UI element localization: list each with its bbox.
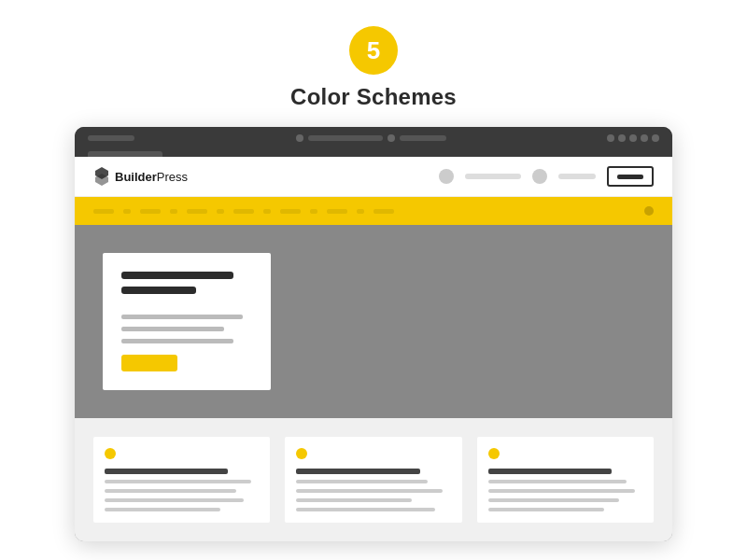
- card-3-line-3: [488, 498, 620, 502]
- browser-ctrl-dot2: [618, 134, 626, 142]
- card-3-dot: [488, 448, 500, 459]
- nav-item-2: [140, 209, 161, 214]
- card-2: [285, 437, 461, 523]
- nav-item-7: [374, 209, 394, 214]
- card-1-line-1: [105, 480, 251, 483]
- nav-circle-1: [439, 169, 454, 184]
- card-1-line-4: [105, 508, 220, 511]
- card-2-title: [296, 469, 419, 474]
- hero-title-2: [121, 287, 196, 294]
- number-badge: 5: [349, 26, 398, 75]
- browser-mockup: BuilderPress: [75, 127, 672, 541]
- hero-title-1: [121, 272, 233, 279]
- nav-sep-1: [123, 209, 131, 214]
- card-3: [477, 437, 654, 523]
- browser-address-bar2: [400, 135, 446, 141]
- card-3-line-1: [488, 480, 627, 483]
- browser-bar-left: [88, 135, 134, 141]
- browser-tab: [88, 151, 162, 157]
- card-1-dot: [105, 448, 116, 459]
- nav-sep-3: [217, 209, 224, 214]
- nav-bar-2: [558, 174, 596, 179]
- nav-sep-2: [170, 209, 177, 214]
- card-2-dot: [296, 448, 307, 459]
- card-1-line-2: [105, 489, 236, 493]
- card-2-line-3: [296, 498, 412, 502]
- nav-circle-2: [532, 169, 547, 184]
- logo-svg-icon: [93, 166, 110, 187]
- nav-sep-4: [263, 209, 271, 214]
- card-1-line-3: [105, 498, 244, 502]
- header-button-inner: [617, 175, 643, 179]
- page-title: Color Schemes: [290, 84, 457, 110]
- browser-top-row: [88, 134, 659, 142]
- badge-number: 5: [367, 36, 380, 65]
- browser-chrome: [75, 127, 672, 157]
- nav-sep-5: [310, 209, 317, 214]
- browser-address-bar: [308, 135, 383, 141]
- site-hero: [75, 225, 672, 418]
- hero-button[interactable]: [121, 355, 177, 371]
- website-content: BuilderPress: [75, 157, 672, 541]
- site-nav: [75, 197, 672, 225]
- logo-bold: Builder: [115, 170, 157, 184]
- nav-item-3: [187, 209, 207, 214]
- card-2-line-4: [296, 508, 435, 511]
- card-3-line-2: [488, 489, 635, 493]
- browser-ctrl-dot5: [652, 134, 659, 142]
- hero-line-2: [121, 327, 224, 331]
- top-section: 5 Color Schemes: [290, 0, 457, 110]
- browser-ctrl-dot4: [641, 134, 648, 142]
- browser-right: [607, 134, 659, 142]
- card-3-line-4: [488, 508, 604, 511]
- header-nav: [203, 166, 654, 187]
- site-cards: [75, 418, 672, 541]
- browser-address-dot: [296, 134, 303, 142]
- nav-dot: [644, 206, 654, 216]
- logo-span: Press: [157, 170, 188, 184]
- nav-item-1: [93, 209, 114, 214]
- hero-line-3: [121, 339, 233, 343]
- hero-card: [103, 253, 271, 390]
- hero-spacer: [121, 301, 252, 307]
- browser-ctrl-dot3: [629, 134, 637, 142]
- browser-center: [296, 134, 446, 142]
- logo-text: BuilderPress: [115, 170, 188, 184]
- header-button[interactable]: [607, 166, 654, 187]
- site-header: BuilderPress: [75, 157, 672, 197]
- nav-item-6: [327, 209, 347, 214]
- hero-line-1: [121, 315, 243, 319]
- card-1-title: [105, 469, 228, 474]
- card-2-line-2: [296, 489, 443, 493]
- browser-ctrl-dot1: [607, 134, 614, 142]
- nav-item-4: [233, 209, 254, 214]
- site-logo: BuilderPress: [93, 166, 188, 187]
- card-3-title: [488, 469, 612, 474]
- nav-bar-1: [465, 174, 521, 179]
- nav-sep-6: [357, 209, 364, 214]
- browser-left: [88, 135, 134, 141]
- browser-tab-row: [88, 147, 659, 157]
- nav-item-5: [280, 209, 301, 214]
- card-1: [93, 437, 270, 523]
- card-2-line-1: [296, 480, 428, 483]
- browser-address-dot2: [388, 134, 395, 142]
